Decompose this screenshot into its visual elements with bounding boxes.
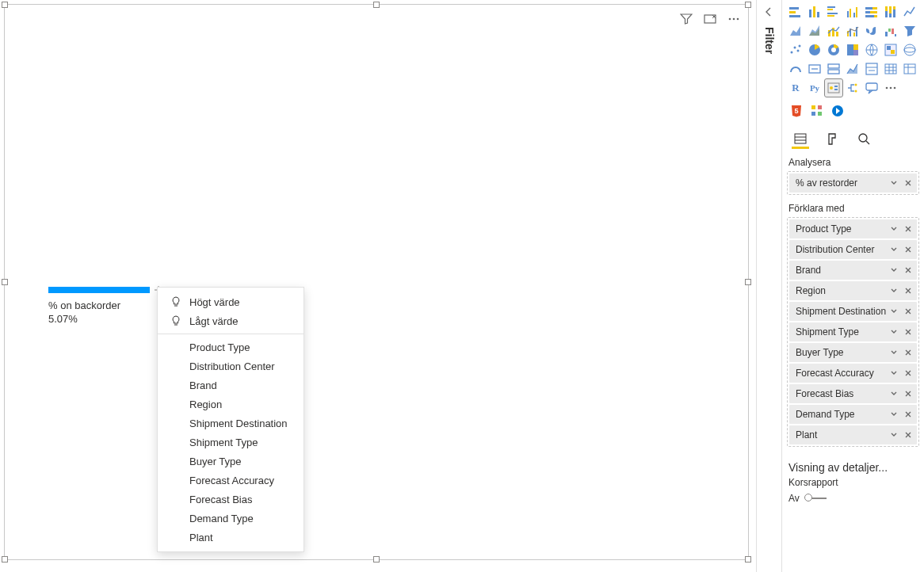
remove-field-icon[interactable] — [903, 388, 914, 399]
chevron-down-icon[interactable] — [888, 429, 899, 440]
resize-handle-bottom-right[interactable] — [745, 556, 751, 562]
viz-shape-map[interactable] — [901, 41, 918, 59]
chevron-down-icon[interactable] — [888, 326, 899, 337]
chevron-down-icon[interactable] — [888, 388, 899, 399]
chevron-down-icon[interactable] — [888, 285, 899, 296]
viz-card[interactable] — [806, 60, 823, 78]
viz-line-clustered-column[interactable] — [844, 22, 861, 40]
viz-pie[interactable] — [806, 41, 823, 59]
resize-handle-mid-left[interactable] — [2, 279, 8, 285]
resize-handle-mid-right[interactable] — [745, 279, 751, 285]
menu-field-product-type[interactable]: Product Type — [158, 337, 304, 357]
chevron-down-icon[interactable] — [888, 265, 899, 276]
viz-gauge[interactable] — [787, 60, 804, 78]
menu-field-buyer-type[interactable]: Buyer Type — [158, 452, 304, 471]
cross-report-toggle[interactable] — [804, 493, 828, 504]
viz-qa[interactable] — [863, 79, 880, 97]
filter-icon[interactable] — [680, 13, 693, 25]
viz-kpi[interactable] — [844, 60, 861, 78]
resize-handle-top-mid[interactable] — [373, 2, 380, 8]
viz-clustered-bar[interactable] — [825, 3, 842, 21]
more-options-icon[interactable] — [727, 13, 740, 25]
viz-clustered-column[interactable] — [844, 3, 861, 21]
menu-field-brand[interactable]: Brand — [158, 376, 304, 395]
viz-stacked-area[interactable] — [806, 22, 823, 40]
viz-stacked-bar[interactable] — [787, 3, 804, 21]
viz-100-stacked-column[interactable] — [882, 3, 899, 21]
visual-container[interactable]: % on backorder 5.07% Högt värde — [4, 4, 749, 560]
viz-more-icon[interactable] — [882, 79, 899, 97]
menu-low-value[interactable]: Lågt värde — [158, 311, 304, 330]
explain-field-pill[interactable]: Brand — [789, 261, 917, 280]
report-canvas[interactable]: % on backorder 5.07% Högt värde — [0, 0, 756, 572]
remove-field-icon[interactable] — [903, 326, 914, 337]
menu-field-distribution-center[interactable]: Distribution Center — [158, 357, 304, 376]
viz-waterfall[interactable] — [882, 22, 899, 40]
remove-field-icon[interactable] — [903, 177, 914, 189]
explain-field-pill[interactable]: Distribution Center — [789, 240, 917, 259]
resize-handle-top-left[interactable] — [2, 2, 8, 8]
menu-field-region[interactable]: Region — [158, 395, 304, 414]
menu-field-demand-type[interactable]: Demand Type — [158, 509, 304, 528]
chevron-down-icon[interactable] — [888, 347, 899, 358]
menu-field-forecast-accuracy[interactable]: Forecast Accuracy — [158, 471, 304, 490]
analyze-field-well[interactable]: % av restorder — [787, 171, 919, 195]
explain-field-pill[interactable]: Forecast Bias — [789, 384, 917, 403]
remove-field-icon[interactable] — [903, 429, 914, 440]
remove-field-icon[interactable] — [903, 265, 914, 276]
viz-key-influencers[interactable] — [825, 79, 842, 97]
chevron-down-icon[interactable] — [888, 244, 899, 255]
viz-filled-map[interactable] — [882, 41, 899, 59]
remove-field-icon[interactable] — [903, 285, 914, 296]
focus-mode-icon[interactable] — [704, 13, 716, 25]
remove-field-icon[interactable] — [903, 409, 914, 420]
viz-scatter[interactable] — [787, 41, 804, 59]
explain-field-pill[interactable]: Shipment Destination — [789, 302, 917, 321]
remove-field-icon[interactable] — [903, 223, 914, 235]
explain-field-pill[interactable]: Shipment Type — [789, 322, 917, 341]
chevron-down-icon[interactable] — [888, 223, 899, 235]
viz-line[interactable] — [901, 3, 918, 21]
power-automate-icon[interactable] — [830, 103, 846, 119]
remove-field-icon[interactable] — [903, 306, 914, 317]
viz-map[interactable] — [863, 41, 880, 59]
explain-field-pill[interactable]: Demand Type — [789, 405, 917, 424]
viz-r-script[interactable]: R — [787, 79, 804, 97]
viz-slicer[interactable] — [863, 60, 880, 78]
viz-matrix[interactable] — [901, 60, 918, 78]
viz-funnel[interactable] — [901, 22, 918, 40]
viz-line-stacked-column[interactable] — [825, 22, 842, 40]
remove-field-icon[interactable] — [903, 347, 914, 358]
expand-filter-icon[interactable] — [763, 6, 776, 19]
fields-tab[interactable] — [792, 132, 809, 149]
chevron-down-icon[interactable] — [888, 306, 899, 317]
analyze-field-pill[interactable]: % av restorder — [789, 174, 917, 193]
menu-high-value[interactable]: Högt värde — [158, 292, 304, 311]
menu-field-forecast-bias[interactable]: Forecast Bias — [158, 490, 304, 509]
explain-field-pill[interactable]: Product Type — [789, 219, 917, 238]
menu-field-shipment-type[interactable]: Shipment Type — [158, 433, 304, 452]
explain-field-pill[interactable]: Region — [789, 281, 917, 300]
viz-table[interactable] — [882, 60, 899, 78]
viz-multi-row-card[interactable] — [825, 60, 842, 78]
viz-ribbon[interactable] — [863, 22, 880, 40]
chevron-down-icon[interactable] — [888, 368, 899, 379]
viz-donut[interactable] — [825, 41, 842, 59]
menu-field-shipment-destination[interactable]: Shipment Destination — [158, 414, 304, 433]
viz-stacked-column[interactable] — [806, 3, 823, 21]
format-tab[interactable] — [823, 132, 841, 149]
resize-handle-bottom-mid[interactable] — [373, 556, 380, 562]
custom-visual-grid-icon[interactable] — [809, 103, 825, 119]
viz-100-stacked-bar[interactable] — [863, 3, 880, 21]
resize-handle-top-right[interactable] — [745, 2, 751, 8]
viz-decomposition-tree[interactable] — [844, 79, 861, 97]
analytics-tab[interactable] — [855, 132, 872, 149]
explain-field-pill[interactable]: Forecast Accuracy — [789, 364, 917, 383]
html5-visual-icon[interactable]: 5 — [788, 103, 804, 119]
viz-treemap[interactable] — [844, 41, 861, 59]
chevron-down-icon[interactable] — [888, 177, 899, 189]
resize-handle-bottom-left[interactable] — [2, 556, 8, 562]
viz-area[interactable] — [787, 22, 804, 40]
remove-field-icon[interactable] — [903, 368, 914, 379]
key-influencer-card[interactable]: % on backorder 5.07% — [48, 287, 150, 325]
